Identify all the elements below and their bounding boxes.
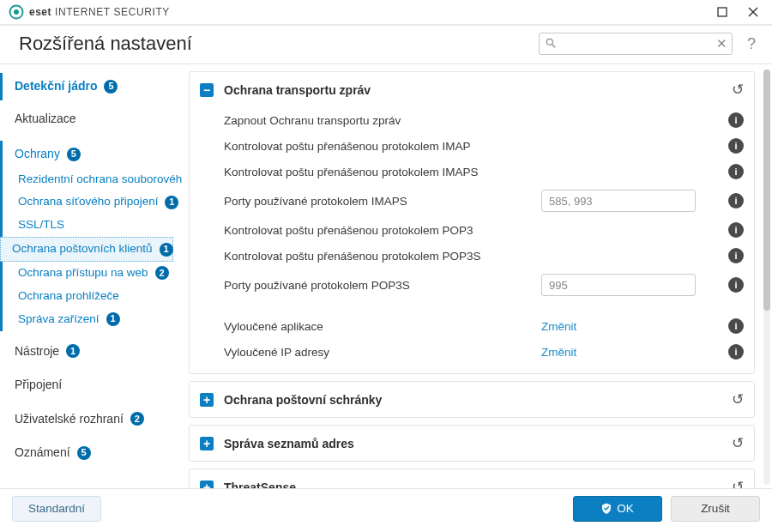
edit-excluded-apps-link[interactable]: Změnit [541, 320, 576, 333]
panel-header-address-lists[interactable]: + Správa seznamů adres ↺ [190, 426, 754, 461]
info-icon[interactable]: i [728, 138, 744, 154]
sidebar-item-updates[interactable]: Aktualizace [0, 106, 177, 133]
scrollbar-thumb[interactable] [763, 70, 770, 311]
default-button[interactable]: Standardní [12, 496, 101, 522]
sidebar-item-ui[interactable]: Uživatelské rozhraní 2 [0, 406, 177, 433]
expand-icon: + [200, 437, 214, 450]
search-icon [545, 37, 557, 51]
revert-icon[interactable]: ↺ [732, 434, 744, 452]
header: Rozšířená nastavení ✕ ? [0, 26, 772, 64]
page-title: Rozšířená nastavení [19, 33, 192, 55]
ok-label: OK [617, 502, 634, 515]
window-close-button[interactable] [738, 0, 769, 24]
sidebar: Detekční jádro 5 Aktualizace Ochrany 5 R… [0, 64, 182, 488]
footer: Standardní OK Zrušit [0, 488, 772, 528]
setting-enable-transport: Zapnout Ochranu transportu zpráv i [224, 107, 744, 133]
svg-point-1 [14, 9, 19, 15]
sidebar-item-network-protection[interactable]: Ochrana síťového připojení 1 [0, 190, 177, 214]
edit-excluded-ips-link[interactable]: Změnit [541, 346, 576, 359]
badge: 1 [66, 344, 80, 358]
revert-icon[interactable]: ↺ [732, 478, 744, 488]
info-icon[interactable]: i [728, 344, 744, 360]
expand-icon: + [200, 393, 214, 407]
cancel-button[interactable]: Zrušit [671, 496, 760, 522]
panel-mailbox-protection: + Ochrana poštovní schránky ↺ [189, 381, 755, 418]
collapse-icon: − [200, 83, 214, 97]
info-icon[interactable]: i [728, 277, 744, 293]
revert-icon[interactable]: ↺ [732, 390, 744, 408]
setting-label: Porty používané protokolem IMAPS [224, 195, 541, 208]
setting-pop3s: Kontrolovat poštu přenášenou protokolem … [224, 243, 744, 269]
info-icon[interactable]: i [728, 248, 744, 263]
content: − Ochrana transportu zpráv ↺ Zapnout Och… [182, 64, 772, 488]
setting-imaps: Kontrolovat poštu přenášenou protokolem … [224, 159, 744, 184]
panel-title: Ochrana poštovní schránky [224, 393, 382, 407]
sidebar-item-email-clients[interactable]: Ochrana poštovních klientů 1 [0, 237, 173, 262]
badge: 5 [67, 148, 81, 161]
setting-imap: Kontrolovat poštu přenášenou protokolem … [224, 133, 744, 159]
panel-header-threatsense[interactable]: + ThreatSense ↺ [190, 469, 754, 488]
clear-search-icon[interactable]: ✕ [716, 36, 727, 51]
panel-transport-protection: − Ochrana transportu zpráv ↺ Zapnout Och… [189, 71, 755, 374]
shield-icon [601, 503, 612, 514]
panel-title: Ochrana transportu zpráv [224, 83, 371, 97]
brand: eset INTERNET SECURITY [9, 4, 170, 20]
info-icon[interactable]: i [728, 318, 744, 334]
setting-pop3: Kontrolovat poštu přenášenou protokolem … [224, 217, 744, 243]
setting-imaps-ports: Porty používané protokolem IMAPS i [224, 184, 744, 217]
search-input[interactable] [539, 33, 733, 55]
sidebar-item-connection[interactable]: Připojení [0, 372, 177, 399]
input-imaps-ports[interactable] [541, 190, 696, 212]
revert-icon[interactable]: ↺ [732, 81, 744, 99]
sidebar-item-detection-core[interactable]: Detekční jádro 5 [0, 73, 177, 100]
titlebar: eset INTERNET SECURITY [0, 0, 772, 26]
sidebar-item-protections[interactable]: Ochrany 5 [0, 141, 177, 168]
sidebar-item-browser-protection[interactable]: Ochrana prohlížeče [0, 285, 177, 308]
sidebar-item-tools[interactable]: Nástroje 1 [0, 338, 177, 366]
expand-icon: + [200, 481, 214, 489]
badge: 1 [106, 312, 120, 326]
sidebar-item-realtime-fs[interactable]: Rezidentní ochrana souborového systému [0, 168, 177, 191]
setting-label: Zapnout Ochranu transportu zpráv [224, 114, 541, 127]
badge: 2 [155, 266, 169, 280]
brand-logo-icon [9, 4, 24, 20]
search-field-wrap: ✕ [539, 33, 733, 55]
setting-label: Kontrolovat poštu přenášenou protokolem … [224, 166, 541, 178]
sidebar-item-web-access[interactable]: Ochrana přístupu na web 2 [0, 262, 177, 285]
panel-address-lists: + Správa seznamů adres ↺ [189, 425, 755, 462]
setting-excluded-apps: Vyloučené aplikace Změnit i [224, 313, 744, 339]
setting-excluded-ips: Vyloučené IP adresy Změnit i [224, 339, 744, 365]
info-icon[interactable]: i [728, 193, 744, 209]
badge: 5 [104, 80, 118, 94]
brand-name: eset INTERNET SECURITY [29, 6, 170, 18]
setting-label: Vyloučené aplikace [224, 320, 541, 333]
panel-header-mailbox[interactable]: + Ochrana poštovní schránky ↺ [190, 382, 754, 417]
ok-button[interactable]: OK [573, 496, 662, 522]
svg-rect-2 [718, 8, 727, 16]
badge: 1 [160, 243, 173, 257]
setting-label: Kontrolovat poštu přenášenou protokolem … [224, 224, 541, 237]
panel-title: Správa seznamů adres [224, 437, 354, 450]
setting-label: Kontrolovat poštu přenášenou protokolem … [224, 140, 541, 153]
window-maximize-button[interactable] [707, 0, 738, 24]
help-button[interactable]: ? [743, 35, 760, 53]
input-pop3s-ports[interactable] [541, 274, 696, 296]
sidebar-item-ssl-tls[interactable]: SSL/TLS [0, 214, 177, 237]
badge: 1 [165, 196, 178, 209]
setting-pop3s-ports: Porty používané protokolem POP3S i [224, 269, 744, 301]
info-icon[interactable]: i [728, 164, 744, 179]
setting-label: Vyloučené IP adresy [224, 346, 541, 359]
panel-title: ThreatSense [224, 481, 296, 489]
info-icon[interactable]: i [728, 112, 744, 128]
sidebar-item-device-control[interactable]: Správa zařízení 1 [0, 308, 177, 331]
sidebar-item-notifications[interactable]: Oznámení 5 [0, 439, 177, 467]
info-icon[interactable]: i [728, 222, 744, 238]
scrollbar[interactable] [763, 70, 770, 485]
panel-header-transport[interactable]: − Ochrana transportu zpráv ↺ [190, 72, 754, 107]
setting-label: Kontrolovat poštu přenášenou protokolem … [224, 250, 541, 263]
svg-line-6 [552, 45, 556, 48]
svg-point-5 [546, 39, 552, 45]
badge: 5 [77, 446, 91, 460]
setting-label: Porty používané protokolem POP3S [224, 279, 541, 292]
panel-threatsense: + ThreatSense ↺ [189, 469, 755, 488]
